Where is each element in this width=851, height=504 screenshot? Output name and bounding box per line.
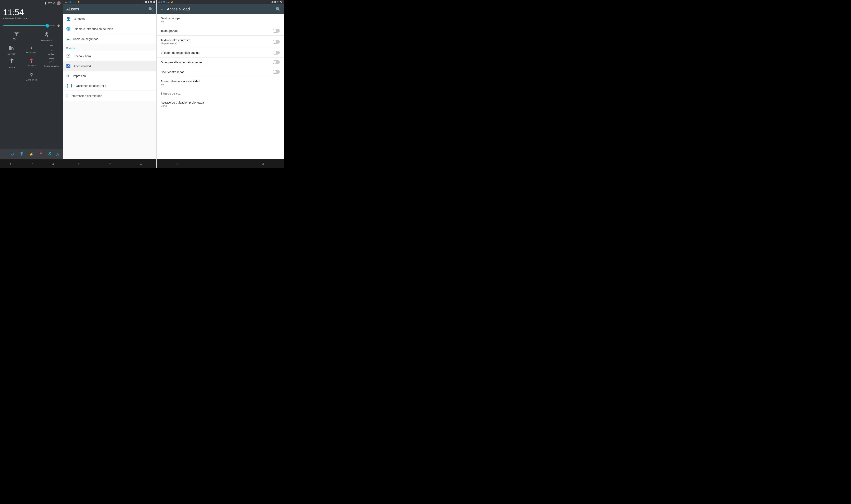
settings-item-impresion[interactable]: 🖨 Impresión	[63, 71, 156, 81]
contraste-toggle[interactable]	[273, 40, 280, 44]
time-r: 11:54	[277, 1, 282, 3]
status-bar-right: 83 ⚙ 🌐 📷 20° 😀 ✦ ★ ▊▊ ▊ 11:54	[157, 0, 284, 4]
acc-item-girar[interactable]: Girar pantalla automáticamente	[157, 57, 284, 67]
flashlight-label: Linterna	[8, 66, 16, 68]
brightness-thumb[interactable]	[46, 24, 49, 28]
copia-icon: ☁	[66, 37, 70, 41]
action-hotspot[interactable]: Zona Wi-Fi	[21, 70, 41, 83]
middle-status-icons-left: 83 ⚙ 🌐 📷 20° 😀	[65, 1, 79, 3]
bt-status-r: ✦	[268, 1, 270, 3]
cuentas-label: Cuentas	[74, 17, 85, 20]
wifi-icon: !	[14, 32, 19, 37]
battery-m: ▊	[148, 1, 149, 3]
acc-acceso-text: Acceso directo a accesibilidad No	[161, 79, 200, 86]
recents-btn-nav-right[interactable]: □	[262, 162, 264, 165]
recents-btn-left[interactable]: □	[52, 162, 54, 165]
svg-line-14	[13, 59, 14, 60]
settings-item-idioma[interactable]: 🌐 Idioma e introducción de texto	[63, 24, 156, 34]
vertical-label: Vertical	[48, 53, 55, 55]
movistar-icon	[9, 46, 14, 52]
back-btn-middle[interactable]: ◁	[77, 162, 80, 166]
section-sistema-title: Sistema	[66, 47, 75, 50]
back-btn-left[interactable]: ◁	[10, 162, 12, 166]
quick-actions-grid: Movistar ✈ Modo avión Vertical	[0, 43, 63, 83]
notification-icon-5: 20°	[75, 1, 77, 3]
acc-gestos-lupa-text: Gestos de lupa No	[161, 17, 180, 23]
acc-item-gestos-lupa[interactable]: Gestos de lupa No	[157, 14, 284, 26]
impresion-icon: 🖨	[66, 74, 70, 78]
home-btn-nav-right[interactable]: ○	[219, 162, 221, 165]
acceso-subtitle: No	[161, 83, 200, 86]
gestos-lupa-title: Gestos de lupa	[161, 17, 180, 20]
bluetooth-toggle[interactable]: Bluetooth ▾	[39, 32, 54, 41]
bluetooth-quick-icon[interactable]	[48, 151, 51, 157]
settings-item-info[interactable]: ℹ Información del teléfono	[63, 91, 156, 101]
settings-item-dev[interactable]: { } Opciones de desarrollo	[63, 81, 156, 91]
bluetooth-label: Bluetooth ▾	[41, 39, 52, 41]
home-btn-left[interactable]: ○	[31, 162, 33, 165]
notification-icon-3: 🌐	[69, 1, 71, 3]
action-airplane[interactable]: ✈ Modo avión	[21, 44, 41, 57]
contraste-title: Texto de alto contraste	[161, 38, 190, 42]
bt-status-m: ✦	[141, 1, 143, 3]
font-icon[interactable]: A	[56, 152, 59, 157]
settings-item-copia[interactable]: ☁ Copia de seguridad	[63, 34, 156, 44]
status-icons-right-left: 83 ⚙ 🌐 📷 20° 😀	[158, 1, 173, 3]
back-btn-nav-right[interactable]: ◁	[177, 162, 179, 166]
search-icon-right[interactable]: 🔍	[276, 7, 281, 12]
data-transfer-icon[interactable]: ↕	[4, 152, 6, 157]
acc-sintesis-text: Síntesis de voz	[161, 92, 181, 95]
back-btn-right[interactable]: ←	[160, 7, 164, 12]
acc-item-encendido[interactable]: El botón de encendido cuelga	[157, 48, 284, 57]
search-icon-middle[interactable]: 🔍	[148, 7, 153, 12]
girar-toggle[interactable]	[273, 60, 280, 64]
acc-item-acceso-directo[interactable]: Acceso directo a accesibilidad No	[157, 77, 284, 89]
status-icons-left: ▊ 83% ⚙	[45, 1, 61, 5]
action-cast[interactable]: Enviar pantalla	[41, 57, 61, 70]
acc-item-retraso[interactable]: Retraso de pulsación prolongada Corto	[157, 98, 284, 110]
sync-icon[interactable]: ↺	[11, 152, 14, 157]
notification-icon-6: 😀	[77, 1, 79, 3]
brightness-row[interactable]: ⚙	[0, 21, 63, 30]
notif-r2: ⚙	[161, 1, 162, 3]
status-right-right: ✦ ★ ▊▊ ▊ 11:54	[268, 1, 282, 3]
copia-label: Copia de seguridad	[73, 37, 99, 40]
girar-title: Girar pantalla automáticamente	[161, 61, 202, 64]
acc-item-contrasenas[interactable]: Decir contraseñas	[157, 67, 284, 77]
acc-item-sintesis[interactable]: Síntesis de voz	[157, 89, 284, 98]
acc-encendido-text: El botón de encendido cuelga	[161, 51, 199, 54]
contrasenas-toggle[interactable]	[273, 70, 280, 74]
brightness-slider[interactable]	[3, 25, 55, 26]
info-icon: ℹ	[66, 93, 68, 98]
svg-marker-11	[10, 59, 13, 60]
settings-item-accesibilidad[interactable]: ♿ Accesibilidad	[63, 61, 156, 71]
settings-icon: ⚙	[53, 2, 56, 5]
svg-point-18	[31, 76, 32, 76]
home-btn-middle[interactable]: ○	[109, 162, 111, 165]
action-location[interactable]: 📍 Ubicación	[21, 57, 41, 70]
action-flashlight[interactable]: Linterna	[2, 57, 21, 70]
svg-point-8	[13, 47, 14, 48]
settings-item-fecha[interactable]: 🕐 Fecha y hora	[63, 51, 156, 61]
texto-grande-toggle[interactable]	[273, 29, 280, 33]
settings-title: Ajustes	[66, 7, 79, 12]
wifi-label: Wi-Fi ▾	[13, 38, 20, 40]
wifi-arrow: ▾	[19, 38, 20, 40]
recents-btn-middle[interactable]: □	[140, 162, 142, 165]
signal-r: ▊▊	[272, 1, 275, 3]
status-bar-middle: 83 ⚙ 🌐 📷 20° 😀 ✦ ★ ▊▊ ▊ 11:54	[63, 0, 156, 4]
action-vertical[interactable]: Vertical	[41, 44, 61, 57]
texto-grande-title: Texto grande	[161, 29, 178, 33]
acceso-title: Acceso directo a accesibilidad	[161, 79, 200, 83]
acc-item-texto-grande[interactable]: Texto grande	[157, 26, 284, 36]
action-movistar[interactable]: Movistar	[2, 44, 21, 57]
retraso-title: Retraso de pulsación prolongada	[161, 101, 204, 104]
acc-item-contraste[interactable]: Texto de alto contraste (Experimental)	[157, 36, 284, 48]
encendido-toggle[interactable]	[273, 51, 280, 55]
wifi-quick-icon[interactable]	[19, 152, 24, 157]
accessibility-panel: 83 ⚙ 🌐 📷 20° 😀 ✦ ★ ▊▊ ▊ 11:54 ← Accesibi…	[157, 0, 284, 168]
wifi-toggle[interactable]: ! Wi-Fi ▾	[9, 32, 24, 41]
settings-item-cuentas[interactable]: 👤 Cuentas	[63, 14, 156, 24]
location-quick-icon[interactable]: 📍	[39, 152, 43, 157]
lightning-icon[interactable]: ⚡	[29, 152, 34, 157]
